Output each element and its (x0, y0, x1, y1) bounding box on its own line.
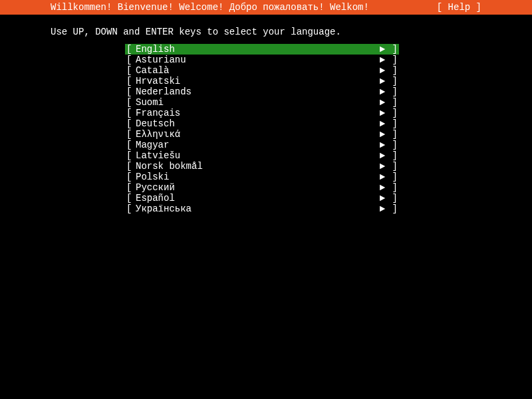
bracket-right-icon: ] (388, 193, 399, 203)
language-name: Asturianu (136, 55, 376, 65)
arrow-right-icon: ► (376, 140, 388, 150)
bracket-left-icon: [ (125, 161, 136, 172)
bracket-left-icon: [ (125, 55, 136, 65)
language-item[interactable]: [Suomi►] (125, 97, 399, 108)
language-name: Hrvatski (136, 76, 376, 86)
language-name: Latviešu (136, 150, 376, 161)
bracket-left-icon: [ (125, 150, 136, 161)
arrow-right-icon: ► (376, 193, 388, 203)
bracket-left-icon: [ (125, 44, 136, 55)
arrow-right-icon: ► (376, 97, 388, 108)
language-item[interactable]: [Magyar►] (125, 140, 399, 150)
bracket-right-icon: ] (388, 161, 399, 172)
language-name: Polski (136, 172, 376, 182)
arrow-right-icon: ► (376, 108, 388, 118)
arrow-right-icon: ► (376, 172, 388, 182)
arrow-right-icon: ► (376, 203, 388, 214)
language-name: Français (136, 108, 376, 118)
bracket-left-icon: [ (125, 118, 136, 129)
language-item[interactable]: [Deutsch►] (125, 118, 399, 129)
language-name: Українська (136, 203, 376, 214)
language-item[interactable]: [Français►] (125, 108, 399, 118)
header-bar: Willkommen! Bienvenue! Welcome! Добро по… (0, 0, 532, 15)
language-item[interactable]: [Ελληνικά►] (125, 129, 399, 140)
arrow-right-icon: ► (376, 65, 388, 76)
language-name: Deutsch (136, 118, 376, 129)
language-item[interactable]: [Norsk bokmål►] (125, 161, 399, 172)
language-item[interactable]: [Nederlands►] (125, 86, 399, 97)
bracket-left-icon: [ (125, 129, 136, 140)
language-item[interactable]: [Українська►] (125, 203, 399, 214)
arrow-right-icon: ► (376, 118, 388, 129)
language-name: Русский (136, 182, 376, 193)
language-name: Nederlands (136, 86, 376, 97)
bracket-right-icon: ] (388, 108, 399, 118)
bracket-right-icon: ] (388, 65, 399, 76)
bracket-right-icon: ] (388, 182, 399, 193)
language-item[interactable]: [Polski►] (125, 172, 399, 182)
language-item[interactable]: [Català►] (125, 65, 399, 76)
bracket-right-icon: ] (388, 76, 399, 86)
language-item[interactable]: [Latviešu►] (125, 150, 399, 161)
language-name: Ελληνικά (136, 129, 376, 140)
language-item[interactable]: [Hrvatski►] (125, 76, 399, 86)
arrow-right-icon: ► (376, 161, 388, 172)
bracket-right-icon: ] (388, 129, 399, 140)
arrow-right-icon: ► (376, 55, 388, 65)
bracket-left-icon: [ (125, 193, 136, 203)
bracket-right-icon: ] (388, 118, 399, 129)
language-item[interactable]: [Asturianu►] (125, 55, 399, 65)
instruction-text: Use UP, DOWN and ENTER keys to select yo… (0, 15, 532, 37)
bracket-left-icon: [ (125, 140, 136, 150)
arrow-right-icon: ► (376, 150, 388, 161)
bracket-right-icon: ] (388, 140, 399, 150)
arrow-right-icon: ► (376, 44, 388, 55)
arrow-right-icon: ► (376, 129, 388, 140)
bracket-left-icon: [ (125, 182, 136, 193)
bracket-left-icon: [ (125, 76, 136, 86)
language-list: [English►][Asturianu►][Català►][Hrvatski… (0, 44, 532, 214)
language-name: Norsk bokmål (136, 161, 376, 172)
header-title: Willkommen! Bienvenue! Welcome! Добро по… (5, 2, 369, 13)
language-name: English (136, 44, 376, 55)
bracket-left-icon: [ (125, 97, 136, 108)
language-name: Español (136, 193, 376, 203)
bracket-left-icon: [ (125, 108, 136, 118)
bracket-right-icon: ] (388, 44, 399, 55)
bracket-right-icon: ] (388, 203, 399, 214)
bracket-left-icon: [ (125, 86, 136, 97)
bracket-left-icon: [ (125, 65, 136, 76)
language-name: Suomi (136, 97, 376, 108)
language-item[interactable]: [Español►] (125, 193, 399, 203)
bracket-right-icon: ] (388, 150, 399, 161)
bracket-left-icon: [ (125, 203, 136, 214)
language-name: Magyar (136, 140, 376, 150)
bracket-right-icon: ] (388, 97, 399, 108)
bracket-right-icon: ] (388, 55, 399, 65)
bracket-right-icon: ] (388, 172, 399, 182)
language-item[interactable]: [Русский►] (125, 182, 399, 193)
language-item[interactable]: [English►] (125, 44, 399, 55)
arrow-right-icon: ► (376, 182, 388, 193)
bracket-left-icon: [ (125, 172, 136, 182)
language-name: Català (136, 65, 376, 76)
arrow-right-icon: ► (376, 76, 388, 86)
help-button[interactable]: [ Help ] (437, 2, 527, 13)
bracket-right-icon: ] (388, 86, 399, 97)
arrow-right-icon: ► (376, 86, 388, 97)
